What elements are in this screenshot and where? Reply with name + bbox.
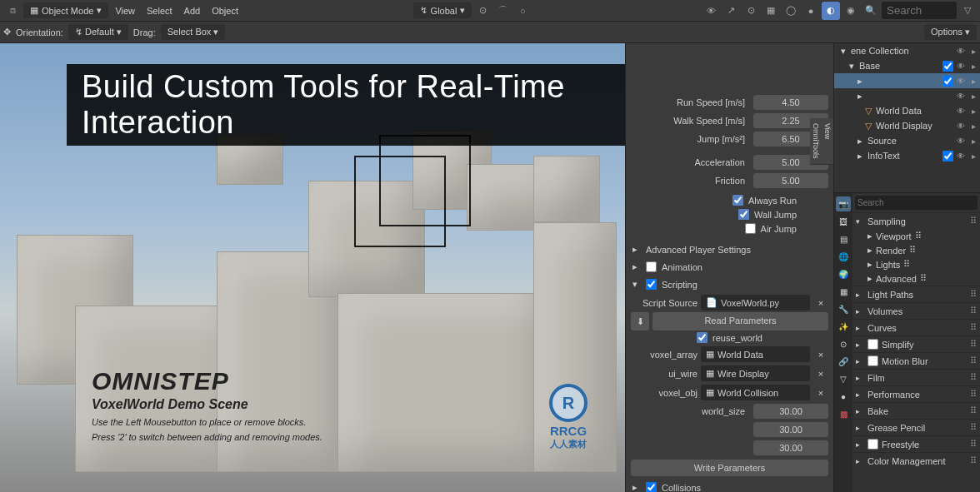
section-collisions[interactable]: ▸Collisions xyxy=(626,479,833,492)
ptab-output[interactable]: 🖼 xyxy=(836,214,851,229)
air-jump-checkbox[interactable] xyxy=(745,223,756,234)
properties-search[interactable] xyxy=(855,196,978,210)
always-run-checkbox[interactable] xyxy=(732,195,743,206)
menu-object[interactable]: Object xyxy=(207,3,243,18)
props-section[interactable]: ▸Light Paths⠿ xyxy=(852,286,980,302)
ptab-scene[interactable]: 🌐 xyxy=(836,249,851,264)
read-parameters-button[interactable]: Read Parameters xyxy=(652,312,828,330)
eye-icon[interactable]: 👁 xyxy=(956,107,966,116)
mode-dropdown[interactable]: ▦Object Mode▾ xyxy=(23,2,108,18)
options-icon[interactable]: ⠿ xyxy=(970,322,977,333)
overlay-icon[interactable]: ⊙ xyxy=(742,2,760,20)
outliner-row[interactable]: ▸👁▸ xyxy=(834,88,980,103)
options-icon[interactable]: ⠿ xyxy=(903,259,910,270)
outliner-row[interactable]: ▸Source👁▸ xyxy=(834,133,980,148)
script-source-field[interactable]: 📄VoxelWorld.py xyxy=(701,295,810,311)
options-dropdown[interactable]: Options ▾ xyxy=(924,24,977,40)
props-subsection[interactable]: ▸Lights⠿ xyxy=(852,257,980,271)
outliner-row[interactable]: ▸👁▸ xyxy=(834,73,980,88)
header-search[interactable] xyxy=(882,2,957,19)
clear-icon[interactable]: × xyxy=(813,298,828,308)
eye-icon[interactable]: 👁 xyxy=(956,137,966,146)
ptab-modifier[interactable]: 🔧 xyxy=(836,301,851,316)
disable-icon[interactable]: ▸ xyxy=(968,77,978,86)
options-icon[interactable]: ⠿ xyxy=(970,405,977,416)
ui-wire-field[interactable]: ▦Wire Display xyxy=(701,365,810,381)
props-section[interactable]: ▸Volumes⠿ xyxy=(852,302,980,319)
options-icon[interactable]: ⠿ xyxy=(970,355,977,366)
ptab-texture[interactable]: ▩ xyxy=(836,406,851,421)
outliner-checkbox[interactable] xyxy=(942,61,953,72)
eye-icon[interactable]: 👁 xyxy=(956,92,966,101)
props-subsection[interactable]: ▸Render⠿ xyxy=(852,243,980,257)
section-checkbox[interactable] xyxy=(868,339,878,350)
wall-jump-checkbox[interactable] xyxy=(738,209,749,220)
scripting-checkbox[interactable] xyxy=(646,279,657,290)
disable-icon[interactable]: ▸ xyxy=(968,137,978,146)
ptab-constraints[interactable]: 🔗 xyxy=(836,354,851,369)
world-size-y[interactable]: 30.00 xyxy=(753,422,828,437)
voxel-array-field[interactable]: ▦World Data xyxy=(701,346,810,362)
eye-icon[interactable]: 👁 xyxy=(956,47,966,56)
props-section[interactable]: ▸Freestyle⠿ xyxy=(852,435,980,452)
animation-checkbox[interactable] xyxy=(646,261,657,272)
props-section[interactable]: ▸Bake⠿ xyxy=(852,402,980,419)
disable-icon[interactable]: ▸ xyxy=(968,92,978,101)
disable-icon[interactable]: ▸ xyxy=(968,62,978,71)
options-icon[interactable]: ⠿ xyxy=(970,389,977,400)
outliner-row[interactable]: ▽World Display👁▸ xyxy=(834,118,980,133)
ptab-data[interactable]: ▽ xyxy=(836,371,851,386)
reuse-world-checkbox[interactable] xyxy=(697,332,708,343)
disable-icon[interactable]: ▸ xyxy=(968,107,978,116)
viewport-3d[interactable]: Build Custom Tools for Real-Time Interac… xyxy=(0,43,833,492)
world-size-x[interactable]: 30.00 xyxy=(753,404,828,419)
pivot-icon[interactable]: ⊙ xyxy=(473,2,492,20)
ptab-world[interactable]: 🌍 xyxy=(836,266,851,281)
menu-view[interactable]: View xyxy=(110,3,140,18)
shading-solid-icon[interactable]: ● xyxy=(802,2,820,20)
clear-icon[interactable]: × xyxy=(813,388,828,398)
shading-render-icon[interactable]: ◉ xyxy=(842,2,860,20)
options-icon[interactable]: ⠿ xyxy=(915,231,922,241)
shading-wire-icon[interactable]: ◯ xyxy=(782,2,800,20)
props-section[interactable]: ▸Grease Pencil⠿ xyxy=(852,419,980,435)
eye-icon[interactable]: 👁 xyxy=(956,77,966,86)
outliner-row[interactable]: ▽World Data👁▸ xyxy=(834,103,980,118)
snap-icon[interactable]: ⌒ xyxy=(493,2,512,20)
options-icon[interactable]: ⠿ xyxy=(970,339,977,350)
props-section[interactable]: ▸Color Management⠿ xyxy=(852,452,980,469)
disable-icon[interactable]: ▸ xyxy=(968,152,978,161)
ptab-render[interactable]: 📷 xyxy=(836,196,851,211)
write-parameters-button[interactable]: Write Parameters xyxy=(631,460,828,476)
props-subsection[interactable]: ▸Viewport⠿ xyxy=(852,229,980,243)
gizmo-icon[interactable]: ↗ xyxy=(722,2,740,20)
eye-icon[interactable]: 👁 xyxy=(956,152,966,161)
props-section[interactable]: ▸Curves⠿ xyxy=(852,319,980,335)
menu-select[interactable]: Select xyxy=(142,3,178,18)
tab-omnitools[interactable]: OmniTools xyxy=(810,118,822,165)
eye-icon[interactable]: 👁 xyxy=(956,122,966,131)
ptab-particles[interactable]: ✨ xyxy=(836,319,851,334)
run-speed-value[interactable]: 4.50 xyxy=(753,95,828,110)
move-icon[interactable]: ✥ xyxy=(3,27,11,37)
visibility-icon[interactable]: 👁 xyxy=(702,2,720,20)
friction-value[interactable]: 5.00 xyxy=(753,173,828,188)
download-icon[interactable]: ⬇ xyxy=(631,312,649,330)
voxel-obj-field[interactable]: ▦World Collision xyxy=(701,385,810,400)
ptab-material[interactable]: ● xyxy=(836,389,851,404)
section-advanced-player[interactable]: ▸Advanced Player Settings xyxy=(626,241,833,258)
outliner[interactable]: ▾ene Collection👁▸▾Base👁▸▸👁▸▸👁▸▽World Dat… xyxy=(834,43,980,193)
props-section[interactable]: ▸Simplify⠿ xyxy=(852,335,980,352)
options-icon[interactable]: ⠿ xyxy=(970,289,977,300)
ptab-object[interactable]: ▦ xyxy=(836,284,851,299)
orientation-dropdown[interactable]: ↯ Default ▾ xyxy=(68,24,128,40)
outliner-row[interactable]: ▾Base👁▸ xyxy=(834,58,980,73)
options-icon[interactable]: ⠿ xyxy=(970,455,977,466)
transform-orientation[interactable]: ↯ Global ▾ xyxy=(413,2,472,18)
props-section[interactable]: ▸Motion Blur⠿ xyxy=(852,352,980,369)
options-icon[interactable]: ⠿ xyxy=(970,216,977,226)
tab-view[interactable]: View xyxy=(822,118,833,165)
clear-icon[interactable]: × xyxy=(813,350,828,360)
props-section[interactable]: ▸Performance⠿ xyxy=(852,385,980,402)
outliner-row[interactable]: ▾ene Collection👁▸ xyxy=(834,43,980,58)
